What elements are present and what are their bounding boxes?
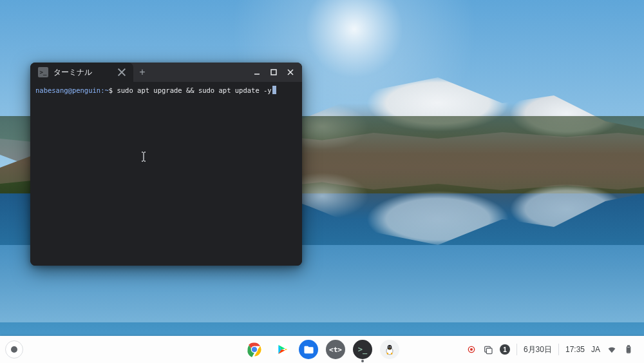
app-terminal[interactable]: >_ [353,340,372,359]
screenshot-icon[interactable] [483,344,493,355]
svg-rect-1 [271,70,276,75]
svg-point-10 [388,347,389,348]
terminal-window[interactable]: >_ ターミナル + nabesang@pengui [30,63,302,266]
screen-record-icon[interactable] [466,344,477,355]
status-tray[interactable]: 1 6月30日 17:35 JA [461,342,639,357]
svg-point-11 [390,347,391,348]
app-chrome[interactable] [245,340,264,359]
command-input[interactable]: sudo apt upgrade && sudo apt update -y [117,86,271,94]
prompt-user-host: nabesang@penguin [35,86,100,94]
app-code[interactable]: <t> [326,340,345,359]
launcher-icon [11,346,17,353]
new-tab-button[interactable]: + [133,63,151,82]
svg-point-13 [470,348,473,351]
tab-terminal[interactable]: >_ ターミナル [30,63,133,82]
ibeam-cursor-icon [141,152,146,162]
tab-title: ターミナル [53,68,111,77]
text-cursor [272,86,276,94]
svg-rect-18 [628,348,630,352]
tab-close-button[interactable] [117,67,127,77]
status-date: 6月30日 [524,344,552,355]
maximize-button[interactable] [267,66,280,79]
window-titlebar[interactable]: >_ ターミナル + [30,63,302,82]
wifi-icon[interactable] [607,344,617,355]
app-files[interactable] [299,340,318,359]
minimize-button[interactable] [251,66,263,79]
notification-count-badge[interactable]: 1 [500,344,510,355]
app-linux[interactable] [380,340,399,359]
shelf: <t> >_ [0,336,644,363]
shelf-app-row: <t> >_ [245,340,399,359]
prompt-symbol: $ [109,86,113,94]
status-ime[interactable]: JA [591,345,600,354]
svg-rect-17 [628,346,630,346]
code-icon: <t> [329,346,342,354]
status-time: 17:35 [565,345,585,354]
svg-rect-15 [486,348,492,354]
terminal-icon: >_ [358,345,367,354]
launcher-button[interactable] [5,340,23,358]
battery-icon[interactable] [623,344,634,355]
terminal-body[interactable]: nabesang@penguin:~$ sudo apt upgrade && … [30,82,302,266]
app-play-store[interactable] [272,340,291,359]
close-button[interactable] [284,66,297,79]
terminal-prompt-icon: >_ [38,67,48,77]
desktop-wallpaper[interactable]: >_ ターミナル + nabesang@pengui [0,0,644,363]
